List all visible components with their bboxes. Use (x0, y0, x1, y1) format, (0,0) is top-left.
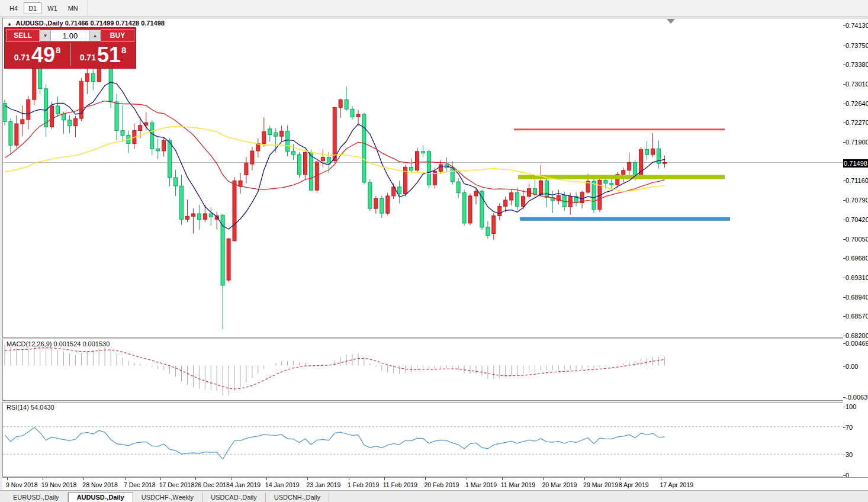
price-axis-label: 0.68940 (846, 294, 868, 301)
date-label: 17 Dec 2018 (159, 481, 195, 488)
date-tick (584, 478, 585, 480)
sell-price-pip-digit: 8 (56, 45, 60, 55)
price-axis-label: 0.73380 (846, 61, 868, 68)
date-tick (7, 478, 8, 480)
date-tick (125, 478, 126, 480)
price-axis-label: 0.69310 (846, 274, 868, 281)
timeframe-tab-h4[interactable]: H4 (5, 2, 22, 14)
volume-increase-button[interactable]: ▲ (89, 30, 101, 41)
price-axis-label: 0.71160 (846, 177, 868, 184)
current-price-badge: 0.71498 (843, 159, 868, 168)
chart-ohlc-values: 0.71466 0.71499 0.71428 0.71498 (65, 20, 165, 27)
buy-price-prefix: 0.71 (80, 53, 96, 62)
price-axis: 0.741300.737500.733800.730100.726400.722… (843, 18, 868, 477)
chart-tabs-bar: EURUSD-,Daily AUDUSD-,Daily USDCHF-,Week… (0, 490, 868, 502)
date-tick (195, 478, 196, 480)
date-label: 9 Nov 2018 (6, 481, 38, 488)
date-tick (425, 478, 426, 480)
rsi-axis-label: 100 (846, 403, 856, 410)
price-axis-label: 0.69680 (846, 255, 868, 262)
chart-tab-eurusd[interactable]: EURUSD-,Daily (5, 493, 68, 502)
chart-tab-usdcnh[interactable]: USDCNH-,Daily (266, 493, 329, 502)
sell-price-display[interactable]: 0.71 49 8 (5, 42, 70, 67)
date-tick (384, 478, 385, 480)
rsi-label: RSI(14) 54.0430 (7, 404, 54, 411)
date-label: 7 Dec 2018 (124, 481, 156, 488)
price-axis-label: 0.70050 (846, 236, 868, 243)
buy-price-big-digits: 51 (97, 45, 121, 65)
volume-decrease-button[interactable]: ▼ (40, 30, 51, 41)
price-axis-label: 0.71900 (846, 139, 868, 146)
chart-tab-usdcad[interactable]: USDCAD-,Daily (202, 493, 266, 502)
toolbar-separator (88, 0, 88, 17)
date-tick (349, 478, 349, 480)
sell-price-big-digits: 49 (31, 45, 55, 65)
scroll-to-end-icon[interactable] (667, 19, 675, 24)
date-tick (83, 478, 84, 480)
buy-price-display[interactable]: 0.71 51 8 (70, 42, 136, 67)
date-label: 20 Feb 2019 (424, 481, 459, 488)
date-label: 28 Nov 2018 (82, 481, 118, 488)
chart-tab-usdchf[interactable]: USDCHF-,Weekly (133, 493, 202, 502)
macd-label: MACD(12,26,9) 0.001524 0.001530 (7, 340, 110, 347)
spin-down-icon: ▼ (43, 33, 48, 38)
price-axis-label: 0.74130 (846, 22, 868, 29)
date-label: 8 Apr 2019 (619, 481, 649, 488)
date-label: 19 Nov 2018 (41, 481, 77, 488)
price-axis-label: 0.70790 (846, 197, 868, 204)
date-tick (307, 478, 308, 480)
date-label: 11 Mar 2019 (501, 481, 535, 488)
date-axis: 9 Nov 201819 Nov 201828 Nov 20187 Dec 20… (2, 477, 868, 490)
date-tick (160, 478, 161, 480)
sell-button[interactable]: SELL (6, 29, 40, 42)
date-tick (43, 478, 43, 480)
date-label: 26 Dec 2018 (194, 481, 230, 488)
timeframe-toolbar: H4 D1 W1 MN (0, 0, 868, 17)
macd-panel[interactable]: MACD(12,26,9) 0.001524 0.001530 (2, 339, 844, 401)
date-tick (467, 478, 467, 480)
date-label: 29 Mar 2019 (583, 481, 618, 488)
chart-title: ▲ AUDUSD-,Daily 0.71466 0.71499 0.71428 … (7, 20, 165, 27)
price-axis-label: 0.72640 (846, 100, 868, 107)
date-tick (266, 478, 267, 480)
chart-symbol-label: AUDUSD-,Daily (16, 20, 63, 27)
date-label: 11 Feb 2019 (383, 481, 417, 488)
sell-price-prefix: 0.71 (14, 53, 30, 62)
terminal-window: { "period_tabs": [ {"label": "H4", "acti… (0, 0, 868, 502)
buy-button[interactable]: BUY (101, 29, 134, 42)
price-axis-label: 0.68200 (846, 332, 868, 339)
date-label: 1 Feb 2019 (348, 481, 379, 488)
chart-tab-audusd[interactable]: AUDUSD-,Daily (68, 492, 133, 502)
macd-canvas (3, 339, 843, 400)
buy-price-pip-digit: 8 (121, 45, 126, 55)
date-tick (231, 478, 232, 480)
macd-values: 0.001524 0.001530 (53, 340, 110, 347)
volume-input[interactable] (51, 30, 89, 41)
one-click-trade-panel: SELL ▼ ▲ BUY 0.71 49 8 0.71 51 8 (5, 28, 136, 68)
date-label: 14 Jan 2019 (265, 481, 300, 488)
rsi-axis-label: 70 (846, 424, 853, 431)
price-axis-label: 0.72270 (846, 119, 868, 126)
timeframe-tab-d1[interactable]: D1 (24, 2, 41, 14)
timeframe-tab-w1[interactable]: W1 (43, 2, 62, 14)
date-label: 23 Jan 2019 (306, 481, 340, 488)
date-tick (502, 478, 503, 480)
macd-axis-label: 0.004694 (846, 340, 868, 347)
rsi-axis-label: 30 (846, 451, 853, 458)
price-axis-label: 0.68570 (846, 313, 868, 320)
rsi-name: RSI(14) (7, 404, 29, 411)
macd-name: MACD(12,26,9) (7, 340, 52, 347)
date-label: 17 Apr 2019 (660, 481, 693, 488)
spin-up-icon: ▲ (93, 33, 98, 38)
timeframe-tab-mn[interactable]: MN (63, 2, 83, 14)
macd-axis-label: -0.00639 (846, 394, 868, 401)
price-axis-label: 0.70420 (846, 216, 868, 223)
date-tick (620, 478, 621, 480)
macd-axis-label: 0.00 (846, 363, 858, 370)
price-axis-label: 0.73750 (846, 42, 868, 49)
date-label: 1 Mar 2019 (465, 481, 497, 488)
symbol-marker-icon: ▲ (7, 21, 12, 27)
date-tick (661, 478, 661, 480)
rsi-panel[interactable]: RSI(14) 54.0430 (2, 402, 844, 477)
date-label: 20 Mar 2019 (542, 481, 577, 488)
